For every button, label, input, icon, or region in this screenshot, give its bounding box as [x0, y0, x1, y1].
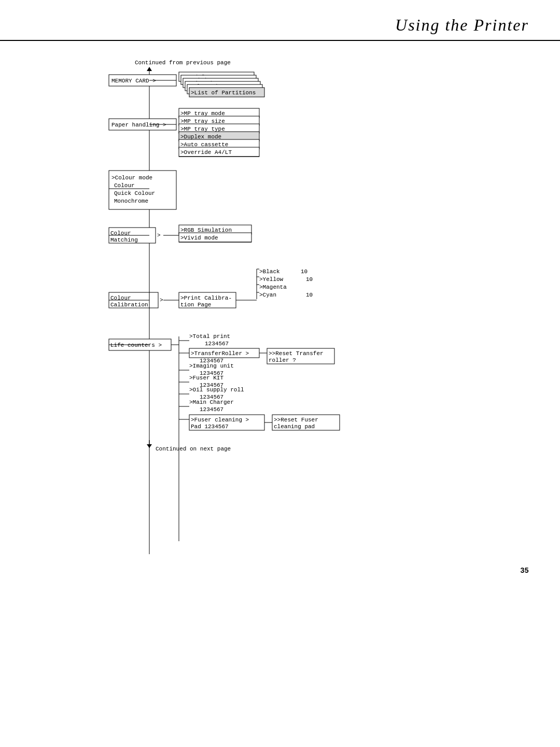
reset-transfer-text2: roller ?	[269, 357, 296, 363]
paper-handling-label: Paper handling >	[111, 122, 166, 128]
reset-fuser-text2: cleaning pad	[274, 424, 315, 430]
vivid-mode-text: >Vivid mode	[180, 235, 218, 241]
transfer-roller-text: >TransferRoller >	[191, 350, 249, 357]
fuser-kit-label: >Fuser KIT	[189, 375, 223, 381]
colour-mode-text3: Quick Colour	[114, 190, 155, 196]
duplex-mode-text: >Duplex mode	[180, 134, 221, 140]
continued-from-label: Continued from previous page	[135, 60, 231, 66]
page-number: 35	[520, 567, 529, 575]
total-print-value: 1234567	[205, 341, 229, 347]
magenta-value: 10	[306, 292, 313, 298]
yellow-value: 10	[306, 276, 313, 283]
total-print-label: >Total print	[189, 333, 230, 340]
colour-matching-text2: Matching	[110, 237, 138, 243]
yellow-label: >Yellow	[259, 276, 284, 283]
cyan-label: >Cyan	[259, 292, 276, 298]
main-charger-value: 1234567	[200, 406, 223, 413]
colour-mode-text1: >Colour mode	[111, 175, 152, 181]
fuser-cleaning-text1: >Fuser cleaning >	[191, 417, 249, 423]
rgb-sim-text: >RGB Simulation	[180, 227, 232, 233]
colour-matching-arrow: >	[157, 232, 161, 238]
page-header: Using the Printer	[0, 0, 560, 41]
colour-mode-text2: Colour	[114, 182, 135, 189]
life-counters-label: Life counters >	[110, 342, 162, 348]
content: Continued from previous page MEMORY CARD…	[0, 46, 560, 596]
fuser-cleaning-text2: Pad 1234567	[191, 424, 229, 430]
magenta-label: >Magenta	[259, 284, 287, 290]
page-title: Using the Printer	[395, 16, 529, 34]
main-charger-label: >Main Charger	[189, 399, 234, 405]
black-value: 10	[301, 269, 307, 275]
continued-next-label: Continued on next page	[156, 446, 231, 452]
imaging-unit-label: >Imaging unit	[189, 363, 234, 369]
print-calib-text1: >Print Calibra-	[180, 295, 232, 301]
mp-tray-type-text: >MP tray type	[180, 126, 225, 132]
colour-mode-text4: Monochrome	[114, 198, 148, 204]
mp-tray-mode-text: >MP tray mode	[180, 110, 225, 117]
list-partitions-text: >List of Partitions	[191, 90, 256, 96]
arrow-down-bottom	[147, 444, 152, 448]
print-calib-text2: tion Page	[180, 302, 211, 308]
mp-tray-size-text: >MP tray size	[180, 118, 225, 124]
colour-calib-arrow: >	[160, 297, 163, 303]
black-label: >Black	[259, 269, 280, 275]
memory-card-label: MEMORY CARD >	[111, 78, 156, 84]
auto-cassette-text: >Auto cassette	[180, 142, 228, 148]
colour-calib-text2: Calibration	[110, 302, 148, 308]
reset-transfer-text1: >>Reset Transfer	[269, 350, 324, 357]
arrow-down-top	[147, 67, 152, 71]
reset-fuser-text1: >>Reset Fuser	[274, 417, 318, 423]
diagram-svg: Continued from previous page MEMORY CARD…	[104, 57, 508, 565]
oil-supply-label: >Oil supply roll	[189, 387, 244, 393]
override-a4-text: >Override A4/LT	[180, 149, 232, 156]
